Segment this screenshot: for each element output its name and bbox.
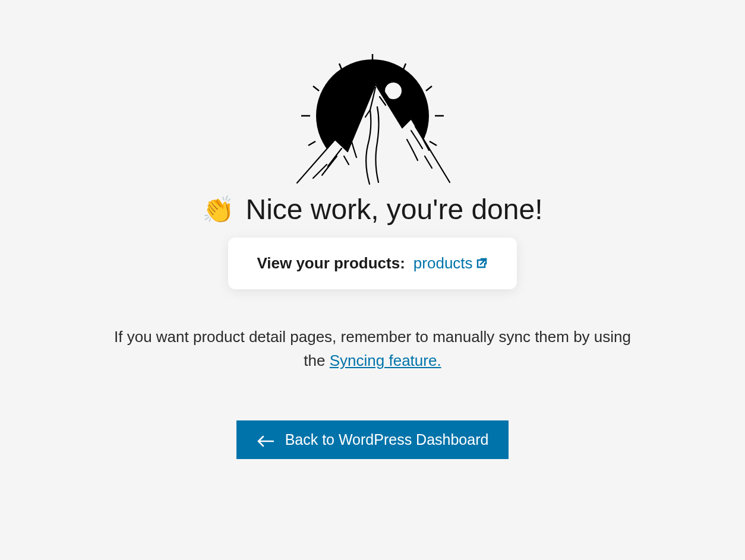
products-card-label: View your products: xyxy=(257,254,405,273)
mountain-sun-logo xyxy=(277,50,468,187)
external-link-icon xyxy=(474,257,488,271)
heading-text: Nice work, you're done! xyxy=(245,193,542,226)
svg-line-8 xyxy=(308,141,315,145)
products-link[interactable]: products xyxy=(413,254,488,273)
arrow-left-icon xyxy=(257,434,274,445)
svg-line-9 xyxy=(430,141,437,145)
syncing-feature-link[interactable]: Syncing feature. xyxy=(330,352,441,369)
page-title: 👏 Nice work, you're done! xyxy=(202,193,542,226)
products-link-text: products xyxy=(413,254,473,273)
sync-description: If you want product detail pages, rememb… xyxy=(111,325,634,373)
svg-line-4 xyxy=(313,86,319,91)
back-to-dashboard-button[interactable]: Back to WordPress Dashboard xyxy=(236,420,509,459)
back-button-label: Back to WordPress Dashboard xyxy=(285,431,489,448)
svg-line-5 xyxy=(426,86,432,91)
clap-icon: 👏 xyxy=(202,197,235,223)
products-card: View your products: products xyxy=(228,238,516,289)
